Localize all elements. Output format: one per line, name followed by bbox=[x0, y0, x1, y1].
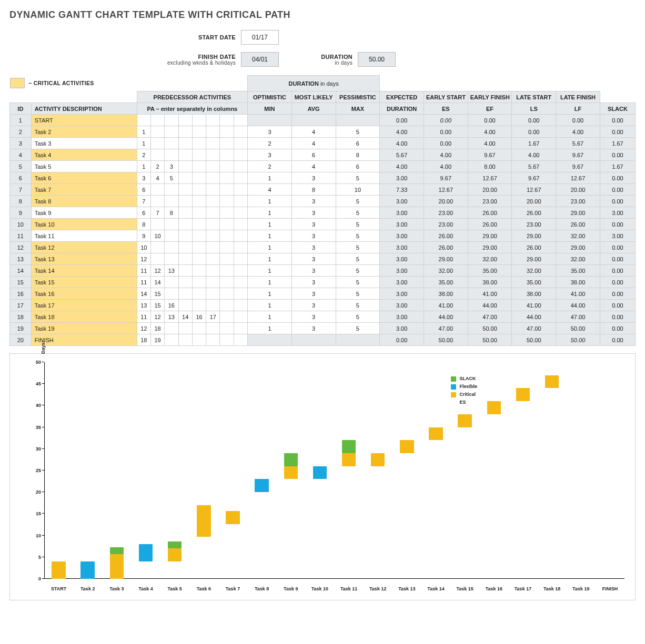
cell[interactable]: 5 bbox=[336, 242, 380, 253]
cell[interactable] bbox=[291, 334, 336, 346]
cell[interactable]: 6 bbox=[10, 172, 32, 184]
cell[interactable] bbox=[192, 138, 206, 149]
cell[interactable]: 0.00 bbox=[600, 300, 635, 311]
cell[interactable]: Task 6 bbox=[31, 172, 137, 184]
cell[interactable]: 0.00 bbox=[600, 323, 635, 334]
cell[interactable]: 4.00 bbox=[424, 161, 468, 172]
cell[interactable] bbox=[192, 288, 206, 300]
cell[interactable]: 1 bbox=[137, 161, 150, 172]
cell[interactable]: 44.00 bbox=[556, 300, 600, 311]
cell[interactable] bbox=[220, 288, 234, 300]
cell[interactable]: 29.00 bbox=[556, 242, 600, 253]
cell[interactable]: 8 bbox=[137, 219, 150, 230]
cell[interactable]: 0.00 bbox=[600, 288, 635, 300]
cell[interactable]: 1 bbox=[248, 172, 292, 184]
cell[interactable]: 5 bbox=[336, 311, 380, 323]
cell[interactable]: 20 bbox=[10, 334, 32, 346]
cell[interactable] bbox=[206, 288, 220, 300]
cell[interactable]: 26.00 bbox=[468, 219, 512, 230]
cell[interactable]: 9 bbox=[10, 207, 32, 219]
cell[interactable] bbox=[234, 161, 247, 172]
cell[interactable]: 10 bbox=[336, 184, 380, 196]
cell[interactable]: 9 bbox=[137, 230, 150, 242]
cell[interactable]: 3.00 bbox=[600, 207, 635, 219]
cell[interactable]: 11 bbox=[137, 311, 150, 323]
cell[interactable]: 9.67 bbox=[424, 172, 468, 184]
cell[interactable]: 1 bbox=[248, 323, 292, 334]
cell[interactable]: 19 bbox=[150, 334, 164, 346]
cell[interactable] bbox=[220, 323, 234, 334]
cell[interactable]: 23.00 bbox=[556, 196, 600, 207]
cell[interactable]: 0.00 bbox=[512, 115, 556, 126]
cell[interactable]: 6 bbox=[336, 161, 380, 172]
cell[interactable]: Task 5 bbox=[31, 161, 137, 172]
cell[interactable]: 13 bbox=[10, 253, 32, 265]
cell[interactable] bbox=[234, 219, 247, 230]
cell[interactable]: 29.00 bbox=[468, 242, 512, 253]
cell[interactable] bbox=[165, 219, 178, 230]
cell[interactable] bbox=[220, 184, 234, 196]
cell[interactable]: Task 14 bbox=[31, 265, 137, 277]
cell[interactable] bbox=[192, 115, 206, 126]
cell[interactable]: 20.00 bbox=[512, 196, 556, 207]
cell[interactable]: 9.67 bbox=[468, 149, 512, 161]
cell[interactable]: 14 bbox=[10, 265, 32, 277]
cell[interactable]: 50.00 bbox=[468, 334, 512, 346]
cell[interactable]: 10 bbox=[137, 242, 150, 253]
cell[interactable] bbox=[178, 184, 192, 196]
cell[interactable]: 26.00 bbox=[512, 207, 556, 219]
cell[interactable]: 12 bbox=[137, 253, 150, 265]
cell[interactable]: 1 bbox=[248, 300, 292, 311]
cell[interactable] bbox=[178, 115, 192, 126]
cell[interactable]: 41.00 bbox=[556, 288, 600, 300]
cell[interactable] bbox=[220, 172, 234, 184]
cell[interactable]: 4 bbox=[291, 161, 336, 172]
cell[interactable] bbox=[234, 311, 247, 323]
cell[interactable]: 9.67 bbox=[556, 149, 600, 161]
cell[interactable]: 3.00 bbox=[380, 265, 424, 277]
cell[interactable] bbox=[178, 323, 192, 334]
cell[interactable]: Task 19 bbox=[31, 323, 137, 334]
cell[interactable]: 3 bbox=[248, 126, 292, 138]
cell[interactable] bbox=[178, 253, 192, 265]
cell[interactable]: 0.00 bbox=[556, 115, 600, 126]
cell[interactable]: 29.00 bbox=[468, 230, 512, 242]
cell[interactable]: 3 bbox=[291, 230, 336, 242]
cell[interactable] bbox=[178, 334, 192, 346]
cell[interactable]: 7 bbox=[10, 184, 32, 196]
cell[interactable] bbox=[178, 196, 192, 207]
cell[interactable]: 6 bbox=[137, 207, 150, 219]
cell[interactable]: 5 bbox=[336, 323, 380, 334]
cell[interactable]: 1 bbox=[248, 196, 292, 207]
cell[interactable]: 20.00 bbox=[556, 184, 600, 196]
cell[interactable]: 3 bbox=[291, 253, 336, 265]
cell[interactable] bbox=[234, 149, 247, 161]
cell[interactable] bbox=[234, 138, 247, 149]
cell[interactable] bbox=[206, 253, 220, 265]
cell[interactable]: 4.00 bbox=[380, 161, 424, 172]
cell[interactable]: 0.00 bbox=[600, 242, 635, 253]
cell[interactable] bbox=[150, 196, 164, 207]
cell[interactable]: 3.00 bbox=[380, 253, 424, 265]
cell[interactable] bbox=[192, 172, 206, 184]
cell[interactable]: 5 bbox=[336, 230, 380, 242]
cell[interactable]: 8 bbox=[165, 207, 178, 219]
cell[interactable] bbox=[291, 115, 336, 126]
cell[interactable] bbox=[150, 242, 164, 253]
cell[interactable]: 29.00 bbox=[556, 207, 600, 219]
cell[interactable]: 50.00 bbox=[468, 323, 512, 334]
cell[interactable] bbox=[192, 242, 206, 253]
cell[interactable]: 3 bbox=[291, 265, 336, 277]
cell[interactable]: 3 bbox=[291, 277, 336, 288]
cell[interactable]: 1 bbox=[248, 277, 292, 288]
cell[interactable]: 0.00 bbox=[600, 126, 635, 138]
cell[interactable]: Task 8 bbox=[31, 196, 137, 207]
cell[interactable]: 1 bbox=[248, 253, 292, 265]
cell[interactable] bbox=[206, 184, 220, 196]
cell[interactable]: 3 bbox=[291, 172, 336, 184]
cell[interactable] bbox=[206, 196, 220, 207]
cell[interactable]: 5 bbox=[336, 300, 380, 311]
cell[interactable]: 32.00 bbox=[556, 230, 600, 242]
cell[interactable] bbox=[178, 126, 192, 138]
cell[interactable]: 0.00 bbox=[600, 149, 635, 161]
